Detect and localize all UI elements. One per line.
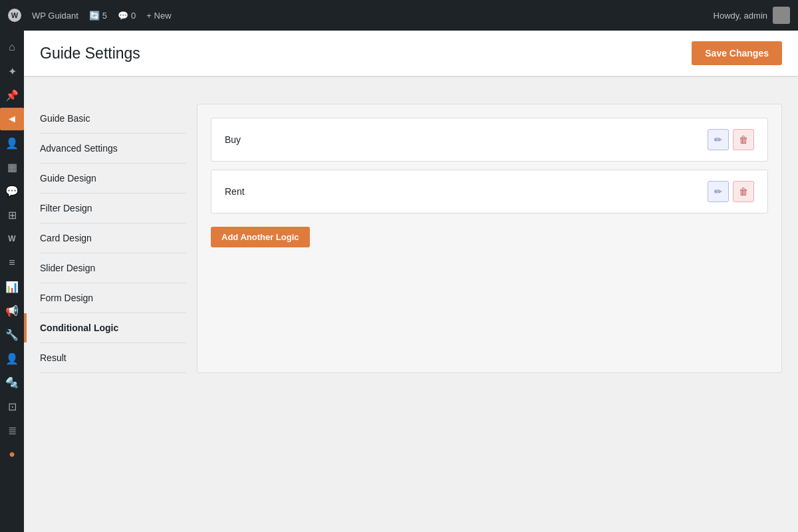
sidebar-icon-tools[interactable]: 🔧 xyxy=(0,323,24,346)
sidebar-icon-plugin[interactable]: ✦ xyxy=(0,60,24,82)
sidebar-icon-grid[interactable]: ⊞ xyxy=(0,203,24,226)
trash-icon: 🗑 xyxy=(739,134,748,145)
updates-link[interactable]: 🔄 5 xyxy=(89,11,107,21)
updates-count: 5 xyxy=(102,11,107,21)
wp-logo-icon: W xyxy=(8,9,21,22)
new-content-label: + New xyxy=(146,11,171,21)
logic-card-buy: Buy ✏ 🗑 xyxy=(211,118,768,162)
howdy-text: Howdy, admin xyxy=(714,11,767,21)
admin-bar-left: W WP Guidant 🔄 5 💬 0 + New xyxy=(8,9,172,22)
admin-bar-right: Howdy, admin xyxy=(714,7,790,24)
edit-buy-button[interactable]: ✏ xyxy=(708,129,729,150)
nav-item-form-design[interactable]: Form Design xyxy=(40,283,186,313)
sidebar-icon-dashboard[interactable]: ⌂ xyxy=(0,36,24,59)
logic-card-rent: Rent ✏ 🗑 xyxy=(211,170,768,213)
nav-item-slider-design[interactable]: Slider Design xyxy=(40,253,186,283)
logic-card-buy-name: Buy xyxy=(225,134,241,145)
page-body: Guide Basic Advanced Settings Guide Desi… xyxy=(24,88,798,389)
sidebar-icon-plugin2[interactable]: ⊡ xyxy=(0,395,24,418)
main-layout: ⌂ ✦ 📌 ◄ 👤 ▦ 💬 ⊞ W ≡ 📊 📢 🔧 👤 🔩 ⊡ ≣ ● Guid… xyxy=(0,31,798,532)
nav-item-conditional-logic[interactable]: Conditional Logic xyxy=(40,313,186,343)
header-divider xyxy=(24,76,798,77)
sidebar-icon-user[interactable]: 👤 xyxy=(0,347,24,370)
page-title: Guide Settings xyxy=(40,45,140,63)
comments-link[interactable]: 💬 0 xyxy=(118,11,136,21)
sidebar-icon-posts[interactable]: ≡ xyxy=(0,251,24,274)
sidebar-icon-media[interactable]: ▦ xyxy=(0,156,24,178)
comments-count: 0 xyxy=(131,11,136,21)
delete-buy-button[interactable]: 🗑 xyxy=(733,129,754,150)
wp-logo-link[interactable]: W xyxy=(8,9,21,22)
updates-icon: 🔄 xyxy=(89,11,100,21)
site-name-link[interactable]: WP Guidant xyxy=(32,11,78,21)
nav-item-filter-design[interactable]: Filter Design xyxy=(40,194,186,223)
sidebar-icon-comments[interactable]: 💬 xyxy=(0,180,24,202)
edit-rent-button[interactable]: ✏ xyxy=(708,181,729,202)
sidebar-icon-settings[interactable]: ≣ xyxy=(0,419,24,442)
sidebar-icon-wrench[interactable]: 🔩 xyxy=(0,371,24,394)
logic-card-buy-actions: ✏ 🗑 xyxy=(708,129,754,150)
nav-item-advanced-settings[interactable]: Advanced Settings xyxy=(40,134,186,164)
page-header: Guide Settings Save Changes xyxy=(24,31,798,76)
admin-bar: W WP Guidant 🔄 5 💬 0 + New Howdy, admin xyxy=(0,0,798,31)
trash-icon-rent: 🗑 xyxy=(739,186,748,197)
comments-icon: 💬 xyxy=(118,11,128,21)
sidebar-icon-megaphone[interactable]: 📢 xyxy=(0,299,24,322)
save-changes-button[interactable]: Save Changes xyxy=(692,41,782,65)
delete-rent-button[interactable]: 🗑 xyxy=(733,181,754,202)
logic-card-rent-actions: ✏ 🗑 xyxy=(708,181,754,202)
edit-icon: ✏ xyxy=(714,134,722,145)
sidebar-icon-chart[interactable]: 📊 xyxy=(0,275,24,298)
left-nav: Guide Basic Advanced Settings Guide Desi… xyxy=(40,104,186,373)
admin-sidebar: ⌂ ✦ 📌 ◄ 👤 ▦ 💬 ⊞ W ≡ 📊 📢 🔧 👤 🔩 ⊡ ≣ ● xyxy=(0,31,24,532)
edit-icon-rent: ✏ xyxy=(714,186,722,197)
new-content-link[interactable]: + New xyxy=(146,11,171,21)
sidebar-icon-users[interactable]: 👤 xyxy=(0,132,24,154)
nav-item-guide-basic[interactable]: Guide Basic xyxy=(40,104,186,134)
nav-item-guide-design[interactable]: Guide Design xyxy=(40,164,186,194)
right-panel: Buy ✏ 🗑 Rent ✏ xyxy=(197,104,782,373)
content-area: Guide Settings Save Changes Guide Basic … xyxy=(24,31,798,532)
admin-avatar xyxy=(773,7,790,24)
nav-item-card-design[interactable]: Card Design xyxy=(40,223,186,253)
logic-card-rent-name: Rent xyxy=(225,186,245,197)
add-another-logic-button[interactable]: Add Another Logic xyxy=(211,227,310,247)
sidebar-icon-pin[interactable]: 📌 xyxy=(0,84,24,106)
sidebar-icon-active[interactable]: ◄ xyxy=(0,108,24,130)
nav-item-result[interactable]: Result xyxy=(40,343,186,373)
sidebar-icon-woo[interactable]: W xyxy=(0,227,24,250)
sidebar-icon-circle[interactable]: ● xyxy=(0,443,24,466)
site-name: WP Guidant xyxy=(32,11,78,21)
